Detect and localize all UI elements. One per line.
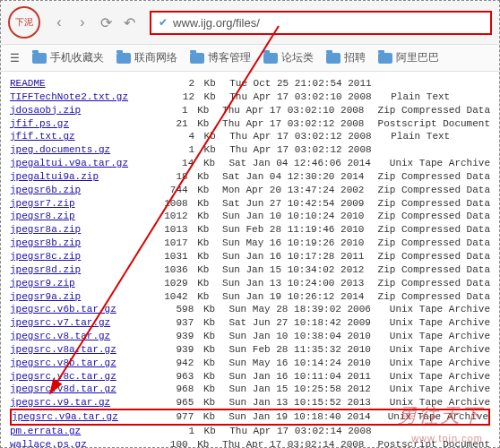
file-link[interactable]: jpegsr8c.zip <box>10 250 140 263</box>
file-unit: Kb <box>198 130 218 143</box>
file-date: Sun Jan 15 10:34:02 2012 <box>211 263 366 277</box>
file-size: 1 <box>144 143 198 157</box>
file-type: Zip Compressed Data <box>366 197 490 211</box>
file-row: pm.errata.gz1 Kb Thu Apr 17 03:02:14 200… <box>10 425 490 438</box>
file-row: jpegsrc.v8c.tar.gz963 Kb Sun Jan 16 10:1… <box>10 370 490 383</box>
reload-button[interactable]: ⟳ <box>94 11 117 34</box>
folder-icon <box>263 53 278 64</box>
file-size: 4 <box>144 130 198 143</box>
file-link[interactable]: jpegsrc.v7.tar.gz <box>10 316 143 330</box>
file-link[interactable]: jpegsrc.v8a.tar.gz <box>10 343 143 357</box>
file-date: Thu Apr 17 03:02:10 2008 <box>218 90 379 104</box>
file-type: Postscript Document <box>366 117 490 131</box>
file-link[interactable]: jdosaobj.zip <box>10 104 140 117</box>
file-row: README2 Kb Tue Oct 25 21:02:54 2011 <box>10 77 490 90</box>
bookmark-folder[interactable]: 论坛类 <box>263 50 314 65</box>
file-type: Zip Compressed Data <box>366 250 490 263</box>
file-link[interactable]: jpegsr8a.zip <box>10 223 140 237</box>
file-type <box>379 77 490 90</box>
file-link[interactable]: jpegsr6b.zip <box>10 184 140 197</box>
file-size: 942 <box>143 357 197 370</box>
file-link[interactable]: jpegsrc.v9.tar.gz <box>10 396 143 409</box>
file-link[interactable]: jpegaltui9a.zip <box>10 170 140 184</box>
url-bar[interactable]: ✔ www.ijg.org/files/ <box>150 11 492 35</box>
file-date: Sun May 28 18:39:02 2006 <box>217 303 377 316</box>
file-unit: Kb <box>192 250 211 263</box>
file-link[interactable]: jfif.ps.gz <box>10 117 140 131</box>
back-button[interactable]: ‹ <box>47 11 71 34</box>
file-link[interactable]: jpegsrc.v6b.tar.gz <box>10 303 143 316</box>
file-type: Unix Tape Archive <box>378 396 490 409</box>
file-link[interactable]: jpegsr8d.zip <box>10 263 140 277</box>
file-type: Zip Compressed Data <box>366 184 490 197</box>
bookmark-folder[interactable]: 招聘 <box>326 50 366 65</box>
file-row: jpegsr8d.zip1036 Kb Sun Jan 15 10:34:02 … <box>10 263 490 277</box>
file-size: 968 <box>143 383 197 396</box>
file-size: 939 <box>143 343 197 357</box>
file-unit: Kb <box>192 223 211 237</box>
file-date: Sun May 16 10:14:24 2010 <box>217 357 377 370</box>
file-row: jdosaobj.zip1 Kb Thu Apr 17 03:02:10 200… <box>10 104 490 117</box>
bookmark-folder[interactable]: 博客管理 <box>190 50 251 65</box>
file-unit: Kb <box>197 383 217 396</box>
file-row: jfif.txt.gz4 Kb Thu Apr 17 03:02:12 2008… <box>10 130 490 143</box>
file-link[interactable]: jpegsr9.zip <box>10 277 140 290</box>
file-size: 1 <box>144 425 198 438</box>
file-link[interactable]: jpegsrc.v8b.tar.gz <box>10 357 143 370</box>
file-date: Sun Jan 19 10:18:40 2014 <box>217 410 376 424</box>
file-link[interactable]: jpegsrc.v8c.tar.gz <box>10 370 143 383</box>
file-row: jpegsrc.v8.tar.gz939 Kb Sun Jan 10 10:38… <box>10 330 490 343</box>
file-link[interactable]: jpegsrc.v9a.tar.gz <box>12 410 144 424</box>
file-type: Unix Tape Archive <box>378 157 490 170</box>
bookmark-label: 手机收藏夹 <box>50 50 104 65</box>
file-unit: Kb <box>197 410 217 424</box>
file-date: Sat Jan 04 12:30:20 2014 <box>211 170 366 184</box>
file-date: Sun Jan 13 10:24:00 2013 <box>211 277 366 290</box>
file-row: jpegsrc.v9.tar.gz965 Kb Sun Jan 13 10:15… <box>10 396 490 409</box>
file-type: Unix Tape Archive <box>378 303 490 316</box>
forward-button[interactable]: › <box>71 11 94 34</box>
file-type: Zip Compressed Data <box>366 290 490 304</box>
file-link[interactable]: wallace.ps.gz <box>10 438 140 448</box>
file-size: 1017 <box>140 237 192 250</box>
bookmark-folder[interactable]: 联商网络 <box>116 50 177 65</box>
file-link[interactable]: jpegsrc.v8d.tar.gz <box>10 383 143 396</box>
file-date: Sun Jan 13 10:15:52 2013 <box>217 396 377 409</box>
bookmark-folder[interactable]: 手机收藏夹 <box>32 50 104 65</box>
file-unit: Kb <box>192 104 211 117</box>
file-link[interactable]: jpegsr7.zip <box>10 197 140 211</box>
url-text: www.ijg.org/files/ <box>173 16 260 30</box>
file-size: 937 <box>143 316 197 330</box>
file-row: jpegsrc.v7.tar.gz937 Kb Sat Jun 27 10:18… <box>10 316 490 330</box>
file-unit: Kb <box>197 330 217 343</box>
file-link[interactable]: jpegsr9a.zip <box>10 290 140 304</box>
file-row: jpeg.documents.gz1 Kb Thu Apr 17 03:02:1… <box>10 143 490 157</box>
file-link[interactable]: jpeg.documents.gz <box>10 143 144 157</box>
file-row: jpegsrc.v8d.tar.gz968 Kb Sun Jan 15 10:2… <box>10 383 490 396</box>
folder-icon <box>116 53 131 64</box>
file-link[interactable]: TIFFTechNote2.txt.gz <box>10 90 144 104</box>
file-type <box>379 425 490 438</box>
bookmark-folder[interactable]: 阿里巴巴 <box>378 50 439 65</box>
file-size: 100 <box>140 438 192 448</box>
file-link[interactable]: jpegsr8b.zip <box>10 237 140 250</box>
file-unit: Kb <box>197 343 217 357</box>
file-row: jpegsrc.v8b.tar.gz942 Kb Sun May 16 10:1… <box>10 357 490 370</box>
bookmark-menu[interactable]: ☰ <box>10 52 20 65</box>
file-date: Sun Jan 10 10:38:04 2010 <box>217 330 377 343</box>
file-unit: Kb <box>192 117 211 131</box>
file-link[interactable]: jpegaltui.v9a.tar.gz <box>10 157 143 170</box>
file-link[interactable]: README <box>10 77 144 90</box>
file-link[interactable]: jfif.txt.gz <box>10 130 144 143</box>
file-link[interactable]: pm.errata.gz <box>10 425 144 438</box>
file-link[interactable]: jpegsrc.v8.tar.gz <box>10 330 143 343</box>
file-unit: Kb <box>197 303 217 316</box>
undo-button[interactable]: ↶ <box>117 11 141 34</box>
file-size: 21 <box>140 117 192 131</box>
file-row: jpegsr8.zip1012 Kb Sun Jan 10 10:10:24 2… <box>10 210 490 223</box>
file-size: 1012 <box>140 210 192 223</box>
file-link[interactable]: jpegsr8.zip <box>10 210 140 223</box>
file-row: jpegaltui.v9a.tar.gz14 Kb Sat Jan 04 12:… <box>10 157 490 170</box>
file-unit: Kb <box>198 77 218 90</box>
file-row: jpegaltui9a.zip18 Kb Sat Jan 04 12:30:20… <box>10 170 490 184</box>
